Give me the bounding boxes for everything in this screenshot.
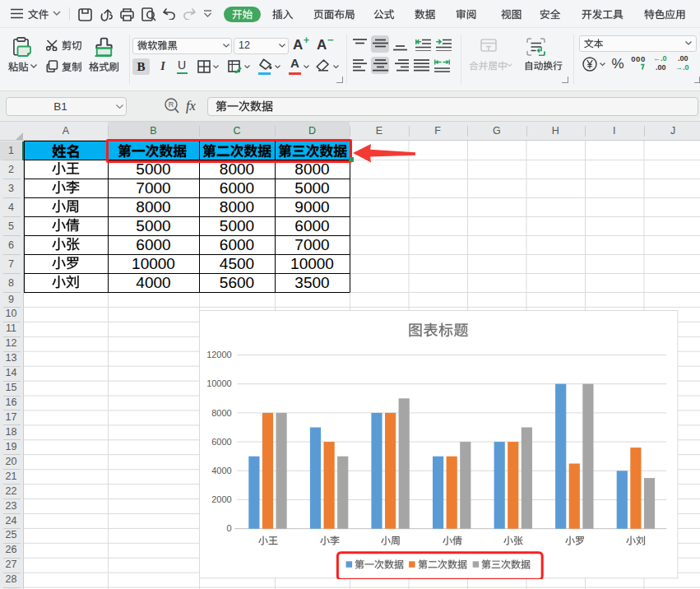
svg-text:4000: 4000 [212,466,232,475]
svg-text:2000: 2000 [212,494,232,504]
svg-text:10000: 10000 [207,379,233,389]
svg-text:0: 0 [227,524,232,534]
svg-text:12000: 12000 [207,350,233,359]
svg-text:6000: 6000 [212,437,232,447]
svg-text:R: R [169,100,174,109]
svg-text:8000: 8000 [212,408,232,418]
